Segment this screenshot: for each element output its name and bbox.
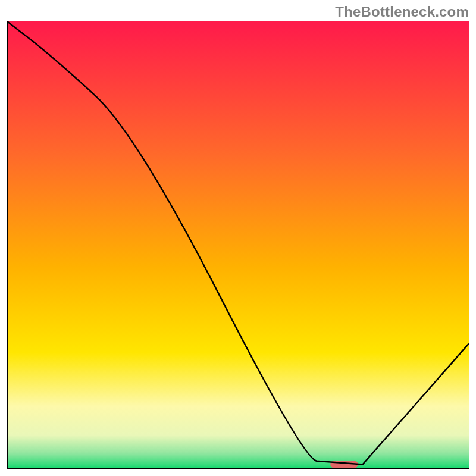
plot-area [7, 21, 469, 469]
gradient-background [7, 21, 469, 469]
chart-container: TheBottleneck.com [0, 0, 476, 476]
watermark-label: TheBottleneck.com [335, 4, 469, 20]
chart-svg [7, 21, 469, 469]
